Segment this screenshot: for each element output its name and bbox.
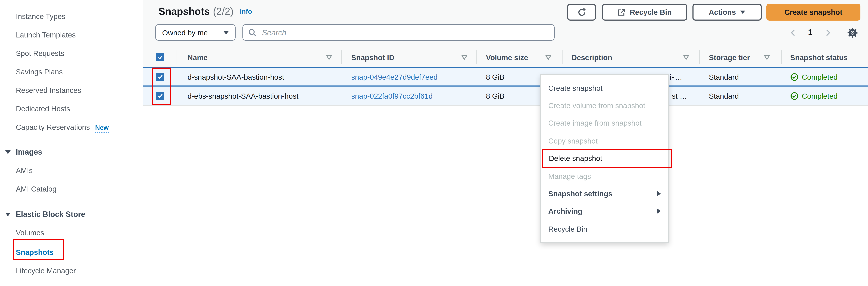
menu-item-snapshot-settings[interactable]: Snapshot settings — [541, 185, 668, 203]
refresh-icon — [577, 8, 586, 17]
sidebar-item-launch-templates[interactable]: Launch Templates — [16, 30, 76, 40]
checkbox-check-icon — [157, 53, 163, 61]
cell-volume-size: 8 GiB — [486, 73, 504, 81]
actions-context-menu: Create snapshot Create volume from snaps… — [540, 74, 669, 243]
row-checkbox[interactable] — [156, 92, 164, 100]
new-badge: New — [95, 124, 108, 133]
menu-item-delete-snapshot[interactable]: Delete snapshot — [541, 150, 668, 167]
column-header-volume-size[interactable]: Volume size — [486, 53, 528, 62]
menu-item-create-snapshot[interactable]: Create snapshot — [541, 79, 668, 97]
create-snapshot-label: Create snapshot — [784, 8, 842, 16]
checkbox-check-icon — [157, 92, 163, 99]
column-divider — [781, 50, 782, 64]
table-bottom-border — [143, 105, 868, 106]
sidebar-item-instances-clipped[interactable]: Instances — [16, 0, 48, 2]
menu-item-recycle-bin[interactable]: Recycle Bin — [541, 220, 668, 238]
cell-snapshot-id-link[interactable]: snap-049e4e27d9def7eed — [351, 73, 438, 81]
column-divider — [176, 50, 177, 64]
sidebar-section-elastic-block-store[interactable]: Elastic Block Store — [16, 209, 85, 219]
create-snapshot-button[interactable]: Create snapshot — [767, 4, 861, 21]
sort-triangle-icon[interactable] — [683, 55, 689, 60]
external-link-icon — [618, 8, 625, 16]
aws-ec2-snapshots-screen: Instances Instance Types Launch Template… — [0, 0, 868, 286]
main-content: Snapshots(2/2)Info Recycle Bin Actions C… — [143, 0, 868, 286]
actions-label: Actions — [709, 8, 736, 16]
sidebar-item-ami-catalog[interactable]: AMI Catalog — [16, 184, 57, 194]
page-title-text: Snapshots — [158, 6, 210, 17]
refresh-button[interactable] — [567, 4, 596, 21]
info-link[interactable]: Info — [240, 8, 252, 15]
search-box — [243, 24, 555, 41]
sort-triangle-icon[interactable] — [764, 55, 770, 60]
status-label: Completed — [802, 73, 838, 81]
sidebar-item-snapshots[interactable]: Snapshots — [16, 247, 54, 257]
pagination-divider — [839, 25, 839, 40]
previous-page-button[interactable] — [789, 29, 798, 37]
delete-snapshot-label: Delete snapshot — [549, 154, 602, 163]
status-completed-icon — [790, 92, 799, 100]
caret-down-icon — [223, 31, 229, 34]
column-divider — [699, 50, 700, 64]
archiving-label: Archiving — [548, 207, 582, 215]
sidebar-item-savings-plans[interactable]: Savings Plans — [16, 67, 63, 77]
checkbox-check-icon — [157, 73, 163, 80]
column-divider — [562, 50, 562, 64]
sidebar-item-label: Capacity Reservations — [16, 123, 90, 131]
sidebar: Instances Instance Types Launch Template… — [0, 0, 143, 286]
status-label: Completed — [802, 92, 838, 100]
recycle-bin-button[interactable]: Recycle Bin — [602, 4, 687, 21]
section-caret-icon[interactable] — [5, 213, 10, 216]
sidebar-item-volumes[interactable]: Volumes — [16, 227, 44, 238]
resource-count: (2/2) — [213, 6, 234, 17]
menu-item-archiving[interactable]: Archiving — [541, 203, 668, 220]
status-completed-icon — [790, 73, 799, 81]
cell-snapshot-status: Completed — [790, 92, 838, 100]
sidebar-item-spot-requests[interactable]: Spot Requests — [16, 48, 64, 59]
table-row[interactable]: d-ebs-snapshot-SAA-bastion-host snap-022… — [143, 85, 868, 105]
column-divider — [476, 50, 477, 64]
cell-volume-size: 8 GiB — [486, 92, 504, 100]
section-caret-icon[interactable] — [5, 150, 10, 154]
search-input[interactable] — [261, 28, 549, 37]
column-divider — [341, 50, 342, 64]
chevron-left-icon — [789, 29, 798, 37]
current-page-number[interactable]: 1 — [804, 28, 816, 36]
ownership-filter-value: Owned by me — [162, 28, 208, 37]
column-header-description[interactable]: Description — [571, 53, 612, 62]
ownership-filter-select[interactable]: Owned by me — [155, 24, 236, 41]
sort-triangle-icon[interactable] — [326, 55, 332, 60]
sidebar-item-instance-types[interactable]: Instance Types — [16, 11, 65, 22]
recycle-bin-label: Recycle Bin — [630, 8, 672, 16]
column-header-snapshot-status[interactable]: Snapshot status — [790, 53, 848, 62]
sidebar-item-capacity-reservations[interactable]: Capacity ReservationsNew — [16, 122, 108, 133]
column-header-storage-tier[interactable]: Storage tier — [709, 53, 750, 62]
sort-triangle-icon[interactable] — [461, 55, 467, 60]
snapshot-settings-label: Snapshot settings — [548, 189, 612, 198]
table-row[interactable]: d-snapshot-SAA-bastion-host snap-049e4e2… — [143, 67, 868, 85]
menu-item-create-image-from-snapshot: Create image from snapshot — [541, 114, 668, 132]
search-icon — [248, 28, 257, 37]
sort-triangle-icon[interactable] — [545, 55, 552, 60]
submenu-arrow-icon — [657, 209, 661, 214]
submenu-arrow-icon — [657, 191, 661, 196]
cell-storage-tier: Standard — [709, 73, 739, 81]
cell-name: d-ebs-snapshot-SAA-bastion-host — [187, 92, 299, 100]
page-title: Snapshots(2/2)Info — [158, 6, 252, 17]
row-checkbox[interactable] — [156, 73, 164, 81]
cell-snapshot-id-link[interactable]: snap-022fa0f97cc2bf61d — [351, 92, 433, 100]
menu-item-copy-snapshot: Copy snapshot — [541, 132, 668, 150]
sidebar-item-dedicated-hosts[interactable]: Dedicated Hosts — [16, 103, 70, 114]
column-header-snapshot-id[interactable]: Snapshot ID — [351, 53, 394, 62]
sidebar-item-lifecycle-manager[interactable]: Lifecycle Manager — [16, 265, 76, 276]
column-header-name[interactable]: Name — [187, 53, 208, 62]
menu-item-manage-tags: Manage tags — [541, 167, 668, 185]
preferences-button[interactable] — [847, 28, 858, 38]
next-page-button[interactable] — [824, 29, 832, 37]
sidebar-item-reserved-instances[interactable]: Reserved Instances — [16, 85, 81, 96]
sidebar-item-amis[interactable]: AMIs — [16, 165, 33, 176]
select-all-checkbox[interactable] — [156, 53, 164, 61]
chevron-right-icon — [824, 29, 832, 37]
cell-name: d-snapshot-SAA-bastion-host — [187, 73, 284, 81]
sidebar-section-images[interactable]: Images — [16, 147, 42, 157]
actions-button[interactable]: Actions — [692, 4, 762, 21]
